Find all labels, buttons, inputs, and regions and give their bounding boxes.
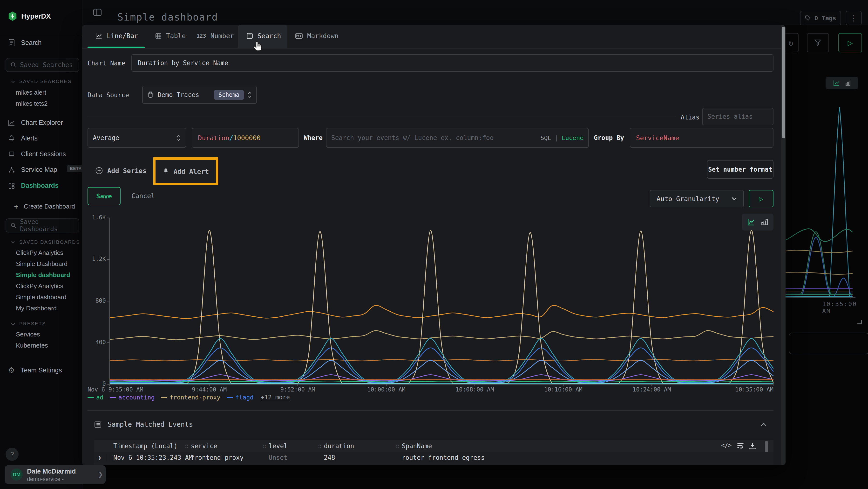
sidebar-collapse-icon[interactable]	[93, 8, 102, 17]
saved-dashboard-item[interactable]: ClickPy Analytics	[16, 282, 63, 290]
sample-events-title: Sample Matched Events	[107, 421, 193, 428]
sidebar-item-service-map[interactable]: Service Map BETA	[8, 166, 57, 174]
presets-header[interactable]: PRESETS	[10, 321, 46, 326]
sidebar-item-chart-explorer[interactable]: Chart Explorer	[8, 119, 63, 126]
saved-searches-input[interactable]: Saved Searches	[5, 58, 79, 72]
sidebar-item-search[interactable]: Search	[8, 39, 42, 47]
view-code-icon[interactable]: </>	[721, 442, 732, 449]
user-card[interactable]: DM Dale McDiarmid demo-service - ❯	[5, 465, 105, 484]
lucene-toggle[interactable]: Lucene	[562, 135, 584, 141]
data-source-value: Demo Traces	[158, 91, 199, 98]
saved-searches-header[interactable]: SAVED SEARCHES	[10, 79, 72, 84]
tab-markdown[interactable]: Markdown	[295, 32, 339, 39]
user-subtitle: demo-service -	[27, 476, 64, 483]
add-alert-button[interactable]: Add Alert	[156, 160, 216, 183]
filter-button[interactable]	[807, 33, 829, 52]
search-icon	[10, 62, 17, 68]
legend-item-frontend-proxy[interactable]: frontend-proxy	[161, 394, 221, 401]
page-title: Simple dashboard	[117, 11, 218, 23]
column-header-service[interactable]: ∷service	[185, 442, 217, 450]
chart-series-ad	[110, 382, 774, 382]
app-logo[interactable]: HyperDX	[8, 11, 51, 21]
granularity-select[interactable]: Auto Granularity	[650, 190, 744, 207]
chart-name-input[interactable]: Duration by Service Name	[131, 54, 774, 72]
y-axis-tick-label: 1.6K	[88, 214, 106, 221]
legend-item-ad[interactable]: ad	[88, 394, 103, 401]
drag-handle-icon[interactable]: ∷	[185, 443, 188, 450]
schema-badge[interactable]: Schema	[214, 90, 244, 100]
saved-dashboard-item-active[interactable]: Simple dashboard	[16, 271, 70, 279]
column-header-spanname[interactable]: ∷SpanName	[396, 442, 432, 450]
saved-dashboard-item[interactable]: Simple dashboard	[16, 293, 66, 301]
tab-number[interactable]: 123 Number	[196, 32, 234, 39]
tabs-divider	[82, 48, 785, 49]
table-row[interactable]: ❯ Nov 6 10:35:23.243 AM frontend-proxy U…	[94, 464, 774, 465]
tags-button[interactable]: 0 Tags	[800, 11, 841, 25]
tab-search[interactable]: Search	[246, 32, 281, 39]
background-tile	[789, 333, 868, 354]
saved-dashboard-item[interactable]: My Dashboard	[16, 305, 57, 312]
data-source-select[interactable]: Demo Traces Schema	[142, 86, 257, 104]
drag-handle-icon[interactable]: ∷	[318, 443, 321, 450]
sidebar-item-alerts[interactable]: Alerts	[8, 135, 38, 142]
column-header-timestamp[interactable]: Timestamp (Local)	[113, 442, 178, 450]
wrap-lines-icon[interactable]	[737, 442, 744, 450]
aggregation-select[interactable]: Average	[88, 128, 186, 148]
chart-line-icon	[8, 119, 15, 126]
saved-search-item[interactable]: mikes alert	[16, 89, 46, 96]
saved-dashboard-item[interactable]: Simple Dashboard	[16, 260, 67, 268]
chart-series-unlabeled	[110, 379, 774, 379]
saved-dashboard-item[interactable]: ClickPy Analytics	[16, 249, 63, 257]
sql-toggle[interactable]: SQL	[540, 135, 551, 141]
column-header-duration[interactable]: ∷duration	[318, 442, 354, 450]
page-menu-button[interactable]: ⋮	[846, 11, 862, 25]
sidebar-item-client-sessions[interactable]: Client Sessions	[8, 150, 66, 158]
sample-events-header: Sample Matched Events	[94, 421, 193, 428]
tab-label: Table	[166, 32, 186, 39]
preset-item-services[interactable]: Services	[16, 331, 40, 338]
cancel-button[interactable]: Cancel	[131, 192, 155, 200]
set-number-format-button[interactable]: Set number format	[707, 160, 774, 179]
legend-item-accounting[interactable]: accounting	[110, 394, 155, 401]
tags-count: 0 Tags	[814, 15, 836, 22]
legend-more-link[interactable]: +12 more	[261, 394, 290, 401]
laptop-icon	[8, 151, 15, 158]
expand-row-icon[interactable]: ❯	[98, 454, 101, 461]
cell-spanname: router frontend egress	[402, 454, 485, 461]
saved-dashboards-header[interactable]: SAVED DASHBOARDS	[10, 239, 80, 245]
add-series-label: Add Series	[107, 167, 147, 174]
alias-input[interactable]: Series alias	[702, 108, 774, 125]
tab-line-bar[interactable]: Line/Bar	[95, 32, 138, 39]
add-series-button[interactable]: Add Series	[95, 167, 147, 174]
section-label: SAVED DASHBOARDS	[19, 239, 80, 245]
table-row[interactable]: ❯ Nov 6 10:35:23.243 AM frontend-proxy U…	[94, 452, 774, 464]
where-search-input[interactable]: Search your events w/ Lucene ex. column:…	[326, 128, 589, 148]
run-query-button[interactable]: ▷	[838, 33, 862, 52]
download-icon[interactable]	[749, 442, 756, 450]
resize-handle-icon[interactable]	[858, 320, 862, 324]
saved-search-item[interactable]: mikes tets2	[16, 100, 48, 107]
timeseries-chart[interactable]	[88, 215, 774, 386]
tab-table[interactable]: Table	[155, 32, 186, 39]
modal-scrollbar-thumb[interactable]	[782, 27, 785, 138]
modal-scrollbar[interactable]	[781, 25, 785, 465]
legend-item-flagd[interactable]: flagd	[227, 394, 253, 401]
group-by-input[interactable]: ServiceName	[630, 128, 774, 148]
expression-input[interactable]: Duration/1000000	[192, 128, 299, 148]
run-chart-button[interactable]: ▷	[749, 190, 774, 207]
sidebar-item-team-settings[interactable]: ⚙ Team Settings	[8, 366, 62, 374]
collapse-section-icon[interactable]	[760, 422, 767, 427]
legend-label: ad	[96, 394, 103, 401]
column-header-level[interactable]: ∷level	[263, 442, 288, 450]
save-button[interactable]: Save	[88, 187, 121, 205]
preset-item-kubernetes[interactable]: Kubernetes	[16, 342, 48, 349]
sidebar-item-dashboards[interactable]: Dashboards	[8, 182, 59, 190]
help-button[interactable]: ?	[5, 448, 19, 461]
hyperdx-logo-icon	[8, 11, 18, 21]
database-icon	[147, 91, 154, 98]
saved-dashboards-input[interactable]: Saved Dashboards	[5, 219, 79, 232]
chart-series-unlabeled	[110, 230, 774, 384]
create-dashboard-button[interactable]: + Create Dashboard	[14, 203, 75, 210]
drag-handle-icon[interactable]: ∷	[263, 443, 266, 450]
drag-handle-icon[interactable]: ∷	[396, 443, 399, 450]
